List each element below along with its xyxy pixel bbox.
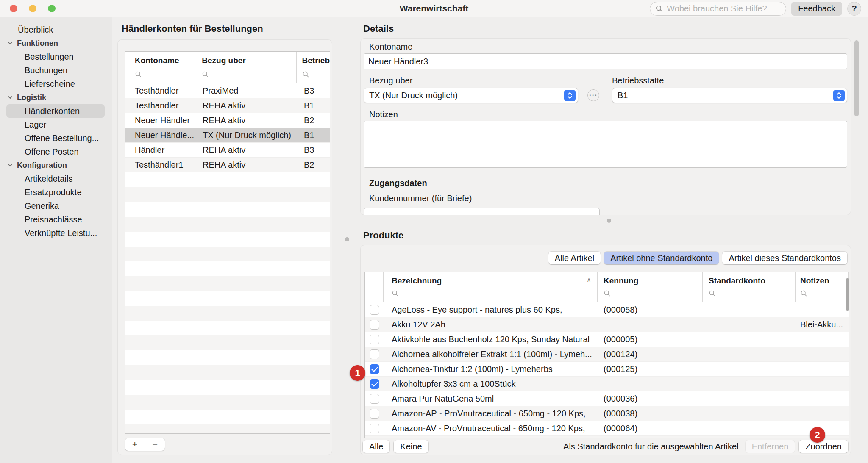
betriebsstaette-label: Betriebsstätte xyxy=(612,76,664,86)
sidebar-item-verknuepfte-leistungen[interactable]: Verknüpfte Leistu... xyxy=(0,226,112,240)
account-row-selected[interactable]: Neuer Händle...TX (Nur Druck möglich)B1 xyxy=(125,128,330,143)
filter-alle-artikel[interactable]: Alle Artikel xyxy=(548,252,601,264)
select-none-button[interactable]: Keine xyxy=(394,440,428,453)
accounts-table-header: Kontoname Bezug über Betrieb xyxy=(125,52,330,83)
product-row[interactable]: Akku 12V 2AhBlei-Akku... xyxy=(365,317,849,332)
account-row[interactable]: Neuer HändlerREHA aktivB2 xyxy=(125,113,330,128)
betriebsstaette-select[interactable]: B1 xyxy=(612,88,847,103)
product-row[interactable]: Aktivkohle aus Buchenholz 120 Kps, Sunda… xyxy=(365,332,849,347)
help-search-input[interactable]: Wobei brauchen Sie Hilfe? xyxy=(650,2,786,16)
products-scrollbar-thumb[interactable] xyxy=(846,278,849,311)
kontoname-label: Kontoname xyxy=(369,42,412,52)
account-row[interactable]: HändlerREHA aktivB3 xyxy=(125,143,330,158)
bezug-ueber-select[interactable]: TX (Nur Druck möglich) xyxy=(364,88,578,103)
product-row[interactable]: Alchornea-Tinktur 1:2 (100ml) - Lymeherb… xyxy=(365,362,849,377)
remove-account-button[interactable]: − xyxy=(145,438,165,450)
sidebar: Überblick Funktionen Bestellungen Buchun… xyxy=(0,17,112,463)
column-filter-search-icon[interactable] xyxy=(800,290,807,297)
filter-artikel-ohne-standardkonto[interactable]: Artikel ohne Standardkonto xyxy=(604,252,719,264)
products-footer: Alle Keine Als Standardkonto für die aus… xyxy=(363,440,848,453)
column-header-bezeichnung[interactable]: Bezeichnung ∧ xyxy=(384,272,598,302)
column-header-kennung[interactable]: Kennung xyxy=(598,272,703,302)
column-header-betrieb[interactable]: Betrieb xyxy=(297,52,330,83)
products-heading: Produkte xyxy=(363,230,403,241)
sidebar-item-offene-bestellungen[interactable]: Offene Bestellung... xyxy=(0,131,112,145)
product-row[interactable]: Amazon-AV - ProVnutraceutical - 650mg - … xyxy=(365,421,849,436)
add-remove-control: + − xyxy=(125,438,165,451)
sidebar-item-lager[interactable]: Lager xyxy=(0,118,112,131)
column-filter-search-icon[interactable] xyxy=(135,71,142,78)
column-filter-search-icon[interactable] xyxy=(709,290,716,297)
product-filter-segments: Alle Artikel Artikel ohne Standardkonto … xyxy=(548,252,847,264)
sidebar-item-bestellungen[interactable]: Bestellungen xyxy=(0,50,112,64)
row-checkbox[interactable] xyxy=(370,379,379,389)
details-heading: Details xyxy=(363,23,394,34)
row-checkbox[interactable] xyxy=(370,335,379,344)
sort-ascending-icon: ∧ xyxy=(587,276,591,284)
product-row-clipped[interactable] xyxy=(365,436,849,438)
column-filter-search-icon[interactable] xyxy=(302,71,309,78)
account-row[interactable]: TesthändlerPraxiMedB3 xyxy=(125,83,330,98)
column-filter-search-icon[interactable] xyxy=(202,71,209,78)
row-checkbox[interactable] xyxy=(370,364,379,374)
chevron-down-icon xyxy=(7,94,13,100)
row-checkbox[interactable] xyxy=(370,394,379,404)
zuordnen-button[interactable]: Zuordnen xyxy=(799,440,848,453)
product-row[interactable]: Alchornea alkoholfreier Extrakt 1:1 (100… xyxy=(365,347,849,362)
kundennummer-field[interactable] xyxy=(364,208,600,215)
select-all-column-header[interactable] xyxy=(365,272,384,302)
sidebar-item-offene-posten[interactable]: Offene Posten xyxy=(0,145,112,158)
row-checkbox[interactable] xyxy=(370,424,379,433)
sidebar-item-ueberblick[interactable]: Überblick xyxy=(0,23,112,36)
sidebar-item-haendlerkonten[interactable]: Händlerkonten xyxy=(6,104,105,118)
add-account-button[interactable]: + xyxy=(125,438,145,450)
sidebar-section-funktionen[interactable]: Funktionen xyxy=(0,36,112,50)
product-row[interactable]: Amara Pur NatuGena 50ml(000036) xyxy=(365,391,849,406)
product-row[interactable]: Amazon-AP - ProVnutraceutical - 650mg - … xyxy=(365,406,849,421)
filter-artikel-dieses-standardkontos[interactable]: Artikel dieses Standardkontos xyxy=(722,252,847,264)
account-row[interactable]: Testhändler1REHA aktivB2 xyxy=(125,158,330,172)
help-button[interactable]: ? xyxy=(847,2,861,16)
row-checkbox[interactable] xyxy=(370,320,379,330)
row-checkbox[interactable] xyxy=(370,305,379,315)
sidebar-item-lieferscheine[interactable]: Lieferscheine xyxy=(0,77,112,91)
account-row[interactable]: TesthändlerREHA aktivB1 xyxy=(125,98,330,113)
details-scrollbar-thumb[interactable] xyxy=(854,40,859,116)
kontoname-field[interactable]: Neuer Händler3 xyxy=(364,53,847,69)
accounts-table: Kontoname Bezug über Betrieb Testhändler… xyxy=(125,51,330,434)
vertical-splitter-handle[interactable] xyxy=(345,237,349,241)
column-header-notizen[interactable]: Notizen xyxy=(796,272,849,302)
sidebar-item-ersatzprodukte[interactable]: Ersatzprodukte xyxy=(0,186,112,199)
select-all-button[interactable]: Alle xyxy=(363,440,389,453)
column-header-kontoname[interactable]: Kontoname xyxy=(125,52,195,83)
app-window: Warenwirtschaft Wobei brauchen Sie Hilfe… xyxy=(0,0,868,463)
select-chevrons-icon xyxy=(833,90,845,101)
notizen-textarea[interactable] xyxy=(364,121,847,168)
annotation-badge-2: 2 xyxy=(810,427,825,443)
sidebar-section-konfiguration[interactable]: Konfiguration xyxy=(0,158,112,172)
feedback-button[interactable]: Feedback xyxy=(791,2,842,16)
zugangsdaten-heading: Zugangsdaten xyxy=(369,178,427,188)
notizen-label: Notizen xyxy=(369,110,398,119)
more-options-button[interactable]: ··· xyxy=(587,89,599,101)
help-search-placeholder: Wobei brauchen Sie Hilfe? xyxy=(667,4,767,14)
sidebar-item-preisnachlaesse[interactable]: Preisnachlässe xyxy=(0,213,112,226)
row-checkbox[interactable] xyxy=(370,409,379,419)
column-filter-search-icon[interactable] xyxy=(392,290,399,297)
sidebar-item-buchungen[interactable]: Buchungen xyxy=(0,64,112,77)
sidebar-section-logistik[interactable]: Logistik xyxy=(0,91,112,104)
sidebar-item-artikeldetails[interactable]: Artikeldetails xyxy=(0,172,112,186)
row-checkbox[interactable] xyxy=(370,349,379,359)
sidebar-item-generika[interactable]: Generika xyxy=(0,199,112,213)
product-row[interactable]: Alkoholtupfer 3x3 cm a 100Stück xyxy=(365,377,849,391)
section-divider xyxy=(364,173,849,173)
horizontal-splitter-handle[interactable] xyxy=(607,219,611,223)
products-panel: Alle Artikel Artikel ohne Standardkonto … xyxy=(360,245,851,455)
column-header-standardkonto[interactable]: Standardkonto xyxy=(703,272,796,302)
column-header-bezug-ueber[interactable]: Bezug über xyxy=(195,52,296,83)
products-table-header: Bezeichnung ∧ Kennung Standardkonto Noti… xyxy=(365,272,849,302)
title-bar: Warenwirtschaft Wobei brauchen Sie Hilfe… xyxy=(0,0,868,17)
product-row[interactable]: AgeLoss - Eye support - natures plus 60 … xyxy=(365,302,849,317)
entfernen-button[interactable]: Entfernen xyxy=(746,440,795,453)
column-filter-search-icon[interactable] xyxy=(604,290,611,297)
